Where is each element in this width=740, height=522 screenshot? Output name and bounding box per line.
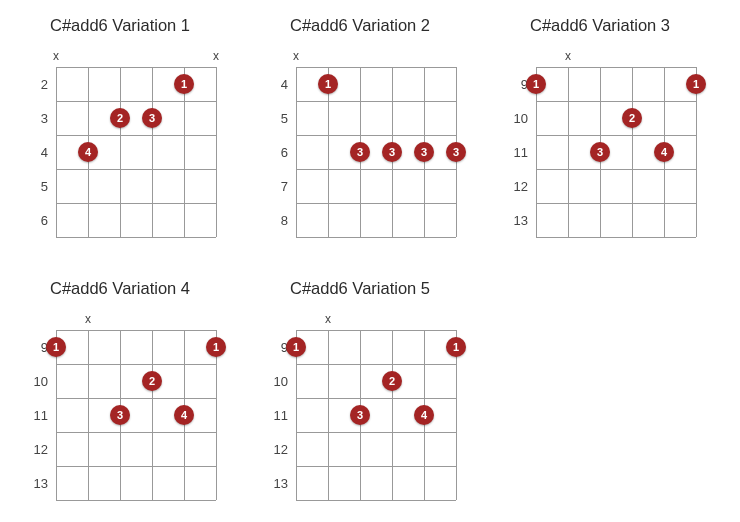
fret-line (56, 169, 216, 170)
finger-dot: 1 (686, 74, 706, 94)
chord-grid: C#add6 Variation 1xx234561234C#add6 Vari… (20, 16, 720, 512)
fret-number: 11 (20, 408, 48, 423)
finger-dot: 2 (382, 371, 402, 391)
fret-line (56, 398, 216, 399)
string-line (328, 330, 329, 500)
chord-diagram-4: C#add6 Variation 4x91011121311234 (20, 279, 220, 512)
fret-line (296, 398, 456, 399)
fret-number: 5 (20, 179, 48, 194)
string-line (632, 67, 633, 237)
chord-diagram-2: C#add6 Variation 2x4567813333 (260, 16, 460, 249)
string-line (568, 67, 569, 237)
fret-number: 2 (20, 77, 48, 92)
fret-number: 3 (20, 111, 48, 126)
fretboard: xx234561234 (20, 49, 220, 249)
fret-line (296, 466, 456, 467)
mute-mark: x (53, 49, 59, 63)
finger-dot: 3 (110, 405, 130, 425)
string-line (120, 67, 121, 237)
fret-line (296, 330, 456, 331)
finger-dot: 4 (654, 142, 674, 162)
finger-dot: 3 (414, 142, 434, 162)
chord-title: C#add6 Variation 1 (20, 16, 220, 35)
fret-number: 9 (260, 340, 288, 355)
fret-line (536, 101, 696, 102)
fret-line (536, 135, 696, 136)
string-line (152, 67, 153, 237)
finger-dot: 1 (526, 74, 546, 94)
finger-dot: 4 (414, 405, 434, 425)
fret-line (56, 364, 216, 365)
finger-dot: 3 (446, 142, 466, 162)
fret-line (536, 203, 696, 204)
fret-number: 13 (20, 476, 48, 491)
fret-number: 11 (500, 145, 528, 160)
fret-line (56, 101, 216, 102)
string-line (392, 330, 393, 500)
chord-title: C#add6 Variation 4 (20, 279, 220, 298)
fretboard: x4567813333 (260, 49, 460, 249)
string-line (216, 67, 217, 237)
mute-mark: x (213, 49, 219, 63)
finger-dot: 1 (286, 337, 306, 357)
fret-line (536, 169, 696, 170)
fret-line (296, 237, 456, 238)
fret-line (56, 67, 216, 68)
fret-number: 6 (20, 213, 48, 228)
fret-number: 4 (20, 145, 48, 160)
finger-dot: 3 (382, 142, 402, 162)
fret-line (296, 169, 456, 170)
fret-line (536, 237, 696, 238)
finger-dot: 4 (78, 142, 98, 162)
fret-line (56, 432, 216, 433)
finger-dot: 1 (46, 337, 66, 357)
chord-diagram-1: C#add6 Variation 1xx234561234 (20, 16, 220, 249)
mute-mark: x (85, 312, 91, 326)
chord-diagram-5: C#add6 Variation 5x91011121311234 (260, 279, 460, 512)
finger-dot: 2 (142, 371, 162, 391)
fret-number: 12 (500, 179, 528, 194)
fret-number: 6 (260, 145, 288, 160)
fret-number: 4 (260, 77, 288, 92)
fret-line (296, 364, 456, 365)
mute-mark: x (565, 49, 571, 63)
fret-number: 10 (260, 374, 288, 389)
fret-line (56, 135, 216, 136)
chord-title: C#add6 Variation 3 (500, 16, 700, 35)
finger-dot: 1 (318, 74, 338, 94)
mute-mark: x (325, 312, 331, 326)
fret-line (296, 101, 456, 102)
finger-dot: 2 (110, 108, 130, 128)
finger-dot: 2 (622, 108, 642, 128)
finger-dot: 3 (590, 142, 610, 162)
finger-dot: 3 (350, 405, 370, 425)
fretboard: x91011121311234 (20, 312, 220, 512)
fret-line (56, 466, 216, 467)
fret-number: 8 (260, 213, 288, 228)
fret-number: 9 (20, 340, 48, 355)
finger-dot: 1 (174, 74, 194, 94)
string-line (88, 330, 89, 500)
fret-number: 7 (260, 179, 288, 194)
fret-line (56, 203, 216, 204)
fret-line (296, 500, 456, 501)
chord-diagram-3: C#add6 Variation 3x91011121311234 (500, 16, 700, 249)
string-line (56, 67, 57, 237)
string-line (296, 67, 297, 237)
finger-dot: 3 (142, 108, 162, 128)
finger-dot: 3 (350, 142, 370, 162)
fret-number: 9 (500, 77, 528, 92)
finger-dot: 1 (206, 337, 226, 357)
fret-line (296, 67, 456, 68)
fret-line (296, 432, 456, 433)
fret-number: 10 (20, 374, 48, 389)
fret-line (56, 330, 216, 331)
fret-number: 10 (500, 111, 528, 126)
finger-dot: 1 (446, 337, 466, 357)
fret-number: 12 (260, 442, 288, 457)
fret-number: 12 (20, 442, 48, 457)
fret-line (296, 135, 456, 136)
fretboard: x91011121311234 (500, 49, 700, 249)
fret-line (536, 67, 696, 68)
fret-number: 5 (260, 111, 288, 126)
